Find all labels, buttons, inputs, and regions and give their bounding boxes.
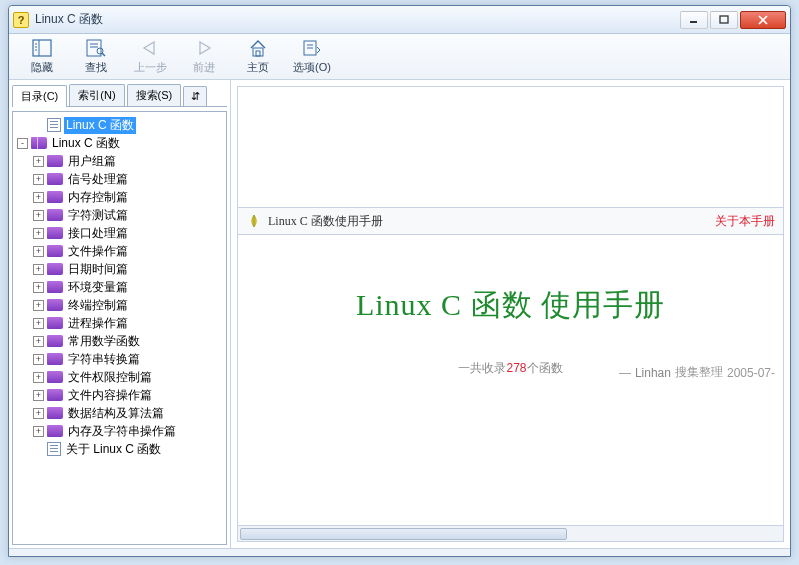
tree-node[interactable]: +环境变量篇: [15, 278, 224, 296]
book-icon: [47, 245, 63, 257]
toolbar: 隐藏 查找 上一步 前进 主页: [9, 34, 790, 80]
tree-node-label: 内存及字符串操作篇: [66, 423, 178, 440]
tab-contents[interactable]: 目录(C): [12, 85, 67, 107]
forward-button[interactable]: 前进: [177, 36, 231, 78]
tree-node[interactable]: +数据结构及算法篇: [15, 404, 224, 422]
options-label: 选项(O): [293, 60, 331, 75]
expand-icon[interactable]: +: [33, 156, 44, 167]
tree-node-label: 终端控制篇: [66, 297, 130, 314]
document-main-title: Linux C 函数 使用手册: [356, 285, 665, 326]
spacer: [238, 87, 783, 207]
tab-search[interactable]: 搜索(S): [127, 84, 182, 106]
expand-icon[interactable]: +: [33, 336, 44, 347]
book-icon: [47, 335, 63, 347]
back-icon: [139, 38, 161, 58]
tree-node[interactable]: +字符测试篇: [15, 206, 224, 224]
contents-tree[interactable]: Linux C 函数-Linux C 函数+用户组篇+信号处理篇+内存控制篇+字…: [12, 111, 227, 545]
tree-node[interactable]: -Linux C 函数: [15, 134, 224, 152]
back-button[interactable]: 上一步: [123, 36, 177, 78]
scrollbar-thumb[interactable]: [240, 528, 567, 540]
svg-rect-4: [33, 40, 51, 56]
book-icon: [47, 191, 63, 203]
tree-node[interactable]: +文件操作篇: [15, 242, 224, 260]
back-label: 上一步: [134, 60, 167, 75]
expand-icon[interactable]: +: [33, 354, 44, 365]
about-manual-link[interactable]: 关于本手册: [715, 213, 775, 230]
navigation-sidebar: 目录(C) 索引(N) 搜索(S) ⇵ Linux C 函数-Linux C 函…: [9, 80, 231, 548]
tree-node[interactable]: +字符串转换篇: [15, 350, 224, 368]
expand-placeholder: [33, 120, 44, 131]
tab-overflow[interactable]: ⇵: [183, 86, 207, 106]
document-header-title: Linux C 函数使用手册: [268, 213, 715, 230]
close-button[interactable]: [740, 11, 786, 29]
book-icon: [47, 425, 63, 437]
tree-node[interactable]: +内存及字符串操作篇: [15, 422, 224, 440]
author-link[interactable]: Linhan: [635, 366, 671, 380]
tree-node[interactable]: +内存控制篇: [15, 188, 224, 206]
maximize-button[interactable]: [710, 11, 738, 29]
expand-icon[interactable]: +: [33, 282, 44, 293]
find-button[interactable]: 查找: [69, 36, 123, 78]
expand-icon[interactable]: +: [33, 264, 44, 275]
tree-node-label: 日期时间篇: [66, 261, 130, 278]
expand-icon[interactable]: +: [33, 372, 44, 383]
expand-icon[interactable]: +: [33, 228, 44, 239]
tree-node[interactable]: +终端控制篇: [15, 296, 224, 314]
expand-icon[interactable]: +: [33, 408, 44, 419]
tree-node-label: 信号处理篇: [66, 171, 130, 188]
tree-node[interactable]: +接口处理篇: [15, 224, 224, 242]
book-icon: [47, 281, 63, 293]
book-icon: [47, 407, 63, 419]
app-icon: ?: [13, 12, 29, 28]
expand-icon[interactable]: +: [33, 210, 44, 221]
book-icon: [47, 299, 63, 311]
svg-rect-15: [256, 51, 260, 56]
expand-icon[interactable]: +: [33, 192, 44, 203]
tree-node-label: 字符测试篇: [66, 207, 130, 224]
tab-index[interactable]: 索引(N): [69, 84, 124, 106]
tree-node-label: 文件内容操作篇: [66, 387, 154, 404]
tree-node[interactable]: +日期时间篇: [15, 260, 224, 278]
page-icon: [47, 118, 61, 132]
home-button[interactable]: 主页: [231, 36, 285, 78]
hide-label: 隐藏: [31, 60, 53, 75]
title-bar[interactable]: ? Linux C 函数: [9, 6, 790, 34]
tree-node-label: 数据结构及算法篇: [66, 405, 166, 422]
book-icon: [47, 209, 63, 221]
options-button[interactable]: 选项(O): [285, 36, 339, 78]
tree-node[interactable]: +文件内容操作篇: [15, 386, 224, 404]
page-icon: [47, 442, 61, 456]
tree-node[interactable]: +常用数学函数: [15, 332, 224, 350]
svg-rect-1: [720, 16, 728, 23]
tree-node-label: 内存控制篇: [66, 189, 130, 206]
close-icon: [757, 15, 769, 25]
document-date: 2005-07-: [727, 366, 775, 380]
book-icon: [47, 263, 63, 275]
minimize-button[interactable]: [680, 11, 708, 29]
document-view[interactable]: Linux C 函数使用手册 关于本手册 Linux C 函数 使用手册 一共收…: [237, 86, 784, 542]
window-controls: [678, 11, 786, 29]
author-suffix: 搜集整理: [675, 364, 723, 381]
book-icon: [47, 371, 63, 383]
tree-node[interactable]: Linux C 函数: [15, 116, 224, 134]
expand-icon[interactable]: +: [33, 246, 44, 257]
book-icon: [47, 353, 63, 365]
home-label: 主页: [247, 60, 269, 75]
tree-node[interactable]: +用户组篇: [15, 152, 224, 170]
forward-label: 前进: [193, 60, 215, 75]
expand-icon[interactable]: +: [33, 300, 44, 311]
tree-node[interactable]: 关于 Linux C 函数: [15, 440, 224, 458]
expand-icon[interactable]: +: [33, 318, 44, 329]
expand-icon[interactable]: +: [33, 390, 44, 401]
hide-button[interactable]: 隐藏: [15, 36, 69, 78]
tree-node[interactable]: +信号处理篇: [15, 170, 224, 188]
app-window: ? Linux C 函数 隐藏 查找: [8, 5, 791, 557]
collapse-icon[interactable]: -: [17, 138, 28, 149]
tree-node[interactable]: +文件权限控制篇: [15, 368, 224, 386]
options-icon: [301, 38, 323, 58]
horizontal-scrollbar[interactable]: [238, 525, 783, 541]
expand-icon[interactable]: +: [33, 174, 44, 185]
tree-node[interactable]: +进程操作篇: [15, 314, 224, 332]
tree-node-label: 常用数学函数: [66, 333, 142, 350]
expand-icon[interactable]: +: [33, 426, 44, 437]
